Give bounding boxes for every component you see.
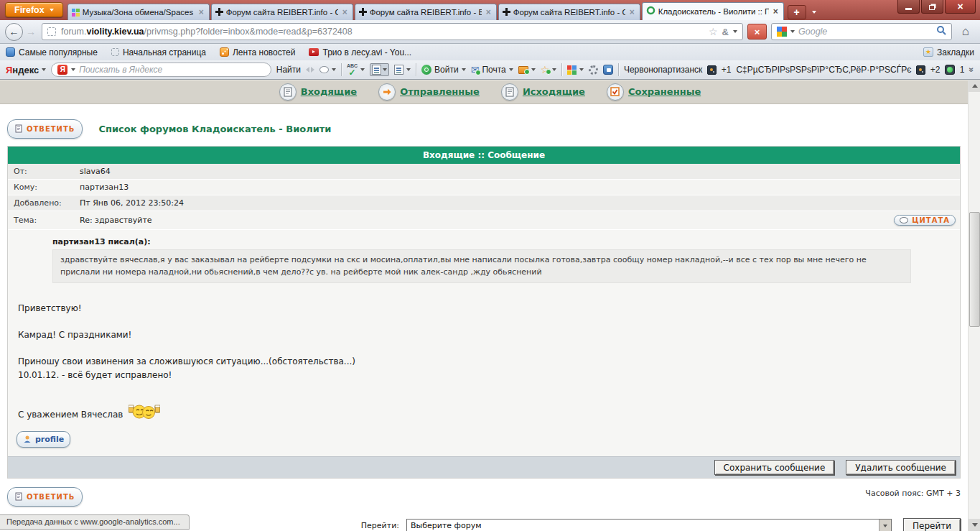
weather-city-label[interactable]: Червонопартизанск xyxy=(624,65,702,75)
bookmark-youtube-video[interactable]: Трио в лесу.avi - You... xyxy=(309,47,411,57)
bookmark-news-feed[interactable]: Лента новостей xyxy=(220,47,296,57)
field-to: Кому: партизан13 xyxy=(8,180,960,195)
tab-violity-active[interactable]: Кладоискатель - Виолити :: П... × xyxy=(642,2,784,20)
tab-reibert-2[interactable]: Форум сайта REIBERT.info - Вх... × xyxy=(355,4,497,20)
nav-outbox-link[interactable]: Исходящие xyxy=(501,83,585,101)
reply-button[interactable]: ОТВЕТИТЬ xyxy=(7,119,83,139)
delete-message-button[interactable]: Удалить сообщение xyxy=(846,460,956,475)
tab-spaces[interactable]: Музыка/Зона обмена/Spaces × xyxy=(67,4,210,20)
reply-document-icon xyxy=(15,490,23,504)
bookmark-start-page[interactable]: Начальная страница xyxy=(111,47,206,57)
star-icon: ☆ xyxy=(541,65,550,75)
nav-inbox-link[interactable]: Входящие xyxy=(279,83,357,101)
youtube-icon xyxy=(309,48,319,56)
forum-select[interactable]: Выберите форум xyxy=(406,519,892,531)
timezone-label: Часовой пояс: GMT + 3 xyxy=(865,484,961,498)
vertical-scrollbar[interactable] xyxy=(968,80,980,531)
bookmarks-menu-button[interactable]: ★ Закладки xyxy=(923,47,974,57)
chevron-down-icon[interactable] xyxy=(790,30,795,33)
chevron-down-icon[interactable] xyxy=(71,68,75,71)
traffic-score: 1 xyxy=(960,65,965,75)
goto-button[interactable]: Перейти xyxy=(903,518,961,531)
chevron-down-icon[interactable] xyxy=(733,30,737,33)
scrollbar-thumb[interactable] xyxy=(969,212,980,327)
spellcheck-button[interactable]: ABC✓ xyxy=(347,63,365,77)
chevron-down-icon xyxy=(812,11,816,14)
message-panel: Входящие :: Сообщение От: slava64 Кому: … xyxy=(7,146,961,479)
notes-button[interactable] xyxy=(518,66,536,74)
home-button[interactable]: ⌂ xyxy=(956,23,975,40)
violity-icon xyxy=(646,5,655,18)
close-icon[interactable]: × xyxy=(628,8,636,17)
breadcrumb[interactable]: Список форумов Кладоискатель - Виолити xyxy=(98,124,331,134)
document-icon xyxy=(279,83,297,101)
google-logo-icon xyxy=(777,27,787,37)
message-body-area: партизан13 писал(а): здравствуйте вячесл… xyxy=(8,230,960,456)
forward-button[interactable]: → xyxy=(26,26,36,37)
toolbar-overflow-chevron-icon[interactable]: » xyxy=(967,68,977,73)
translate-page-button[interactable] xyxy=(394,65,411,75)
translate-button[interactable] xyxy=(370,63,389,76)
scroll-up-button[interactable] xyxy=(969,80,980,92)
tab-title: Форум сайта REIBERT.info - Вх... xyxy=(370,8,482,17)
bookmark-most-popular[interactable]: Самые популярные xyxy=(6,47,98,57)
checkbox-icon xyxy=(607,83,624,101)
mail-button[interactable]: ✉Почта xyxy=(471,65,513,75)
url-text: forum.violity.kiev.ua/privmsg.php?folder… xyxy=(61,27,353,37)
minimize-button[interactable] xyxy=(897,0,920,14)
spellcheck-icon: ABC✓ xyxy=(347,63,358,77)
restore-icon xyxy=(929,5,935,10)
close-icon[interactable]: × xyxy=(197,8,205,17)
window-controls: × xyxy=(896,0,976,14)
yandex-find-button[interactable]: Найти xyxy=(276,65,301,75)
pm-folder-nav: Входящие Отправленные Исходящие Сохранен… xyxy=(0,80,980,104)
yandex-search-input[interactable]: Я Поискать в Яндексе xyxy=(51,63,271,77)
quote-button[interactable]: ЦИТАТА xyxy=(894,215,956,226)
tab-reibert-1[interactable]: Форум сайта REIBERT.info - От... × xyxy=(211,4,353,20)
weather-icon xyxy=(707,65,716,75)
stop-button[interactable]: × xyxy=(747,24,767,40)
close-window-button[interactable]: × xyxy=(945,0,976,14)
close-icon[interactable]: × xyxy=(772,7,780,16)
restore-button[interactable] xyxy=(921,0,943,14)
search-icon[interactable] xyxy=(936,25,946,38)
profile-button[interactable]: profile xyxy=(17,431,70,448)
comments-button[interactable] xyxy=(319,66,336,73)
favorites-button[interactable]: ☆ xyxy=(541,65,557,75)
save-message-button[interactable]: Сохранить сообщение xyxy=(714,460,835,475)
new-tab-button[interactable]: + xyxy=(788,5,806,19)
url-bar[interactable]: forum.violity.kiev.ua/privmsg.php?folder… xyxy=(42,23,743,40)
scroll-down-button[interactable] xyxy=(969,519,980,531)
firefox-menu-button[interactable]: Firefox xyxy=(5,2,63,17)
bookmarks-star-icon: ★ xyxy=(923,47,933,57)
quote-bubble-icon xyxy=(900,217,908,223)
tab-reibert-3[interactable]: Форум сайта REIBERT.info - От... × xyxy=(498,4,640,20)
triangle-down-icon xyxy=(972,523,978,527)
reply-button-bottom[interactable]: ОТВЕТИТЬ xyxy=(7,487,83,507)
ampersand-addon-icon[interactable]: & xyxy=(722,27,729,37)
close-icon[interactable]: × xyxy=(485,8,493,17)
select-dropdown-button[interactable] xyxy=(879,520,891,531)
traffic-light-icon[interactable] xyxy=(945,65,954,75)
nav-arrows-icon[interactable] xyxy=(306,67,314,73)
login-button[interactable]: Войти xyxy=(421,65,466,75)
favicon-placeholder-icon xyxy=(47,27,56,36)
addon-icon[interactable] xyxy=(603,65,613,75)
tab-strip: Музыка/Зона обмена/Spaces × Форум сайта … xyxy=(67,0,889,20)
tab-title: Форум сайта REIBERT.info - От... xyxy=(513,8,625,17)
yandex-menu-button[interactable]: Яндекс xyxy=(6,65,46,75)
services-button[interactable] xyxy=(567,65,584,75)
nav-saved-link[interactable]: Сохраненные xyxy=(607,83,701,101)
tab-list-button[interactable] xyxy=(808,5,821,19)
search-input[interactable]: Google xyxy=(771,23,952,40)
nav-sent-link[interactable]: Отправленные xyxy=(378,83,480,101)
tab-title: Кладоискатель - Виолити :: П... xyxy=(658,7,769,16)
back-button[interactable]: ← xyxy=(5,23,23,41)
weather-city-garbled-label[interactable]: С‡РµСЂРІРѕРЅРѕРїР°СЂС‚РёР·Р°РЅСЃРє xyxy=(736,65,911,75)
bookmark-star-icon[interactable]: ☆ xyxy=(709,26,718,37)
close-icon[interactable]: × xyxy=(341,8,349,17)
tab-title: Форум сайта REIBERT.info - От... xyxy=(226,8,338,17)
yandex-search-placeholder: Поискать в Яндексе xyxy=(79,65,162,75)
gear-icon[interactable] xyxy=(589,65,598,75)
firefox-menu-label: Firefox xyxy=(14,5,45,15)
